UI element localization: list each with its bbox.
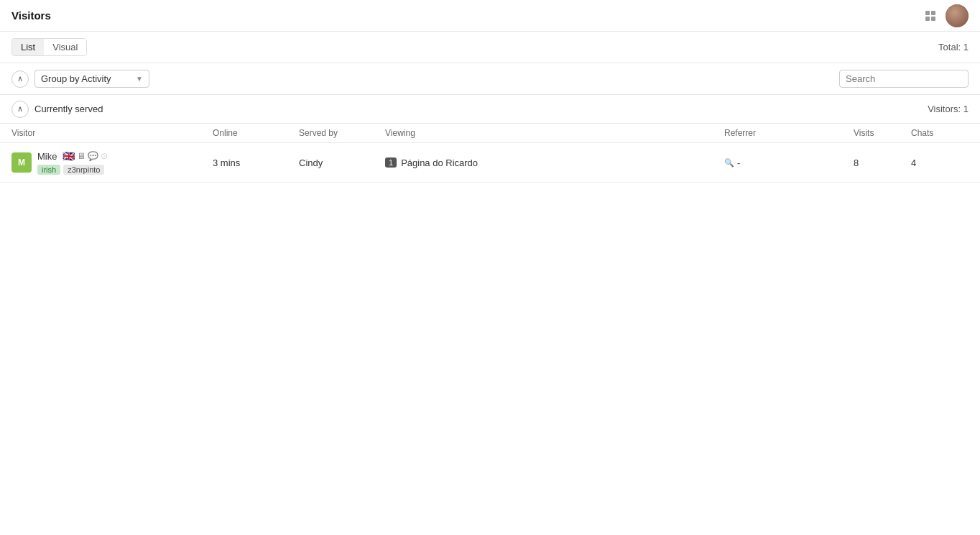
visitor-name: Mike	[37, 151, 57, 162]
tab-list[interactable]: List	[12, 39, 44, 55]
chevron-up-icon: ∧	[17, 74, 23, 83]
visitor-info: Mike 🇬🇧 🖥 💬 ⊙ irish z3nrpinto	[37, 150, 108, 175]
chats-cell: 4	[911, 157, 969, 168]
visits-cell: 8	[854, 157, 911, 168]
toolbar-left: List Visual	[11, 38, 87, 56]
svg-rect-2	[925, 17, 930, 21]
col-viewing: Viewing	[385, 128, 724, 138]
svg-rect-3	[931, 17, 935, 21]
grid-view-icon[interactable]	[924, 9, 937, 22]
tag-irish: irish	[37, 165, 60, 175]
visitors-table: Visitor Online Served by Viewing Referre…	[0, 124, 980, 183]
visitor-avatar: M	[11, 152, 32, 173]
search-input[interactable]	[839, 70, 969, 88]
avatar-image	[946, 4, 969, 27]
view-tabs: List Visual	[11, 38, 87, 56]
flag-gb-icon: 🇬🇧	[63, 150, 75, 162]
filter-row: ∧ Group by Activity ▼	[0, 63, 980, 95]
header-right	[924, 4, 969, 27]
svg-rect-1	[931, 11, 935, 15]
online-cell: 3 mins	[213, 157, 299, 168]
total-count: Total: 1	[938, 42, 969, 52]
table-row[interactable]: M Mike 🇬🇧 🖥 💬 ⊙ irish z3nrp	[0, 143, 980, 183]
page-header: Visitors	[0, 0, 980, 32]
group-by-select[interactable]: Group by Activity ▼	[34, 70, 149, 88]
viewing-page: Página do Ricardo	[401, 157, 478, 168]
visitor-tags: irish z3nrpinto	[37, 165, 108, 175]
search-wrapper	[839, 70, 969, 88]
collapse-button[interactable]: ∧	[11, 70, 29, 88]
served-by-cell: Cindy	[299, 157, 385, 168]
visitor-name-row: Mike 🇬🇧 🖥 💬 ⊙	[37, 150, 108, 162]
chevron-down-icon: ▼	[136, 75, 143, 83]
col-visits: Visits	[854, 128, 911, 138]
desktop-icon: 🖥	[77, 151, 85, 161]
referrer-value: -	[737, 157, 740, 168]
group-by-label: Group by Activity	[41, 73, 111, 84]
page-count-badge: 1	[385, 157, 397, 168]
col-referrer: Referrer	[724, 128, 854, 138]
header-left: Visitors	[11, 9, 51, 22]
viewing-cell: 1 Página do Ricardo	[385, 157, 724, 168]
tab-visual[interactable]: Visual	[44, 39, 86, 55]
section-header-left: ∧ Currently served	[11, 101, 103, 118]
served-by-name: Cindy	[299, 157, 323, 168]
user-avatar[interactable]	[946, 4, 969, 27]
visits-count: 8	[854, 157, 859, 168]
col-online: Online	[213, 128, 299, 138]
col-served-by: Served by	[299, 128, 385, 138]
svg-rect-0	[925, 11, 930, 15]
search-ref-icon: 🔍	[724, 158, 734, 168]
tag-username: z3nrpinto	[63, 165, 104, 175]
filter-left: ∧ Group by Activity ▼	[11, 70, 149, 88]
chats-count: 4	[911, 157, 916, 168]
visitor-cell: M Mike 🇬🇧 🖥 💬 ⊙ irish z3nrp	[11, 150, 213, 175]
section-header: ∧ Currently served Visitors: 1	[0, 95, 980, 124]
referrer-cell: 🔍 -	[724, 157, 854, 168]
page-title: Visitors	[11, 9, 51, 22]
visitor-initials: M	[18, 157, 25, 168]
section-visitors-count: Visitors: 1	[928, 104, 969, 114]
section-chevron-up-icon: ∧	[17, 104, 23, 114]
section-collapse-button[interactable]: ∧	[11, 101, 29, 118]
table-header: Visitor Online Served by Viewing Referre…	[0, 124, 980, 143]
toolbar: List Visual Total: 1	[0, 32, 980, 63]
chat-icon: 💬	[88, 151, 98, 161]
col-visitor: Visitor	[11, 128, 213, 138]
online-duration: 3 mins	[213, 157, 240, 168]
section-title: Currently served	[34, 104, 103, 114]
col-chats: Chats	[911, 128, 969, 138]
circle-icon: ⊙	[101, 151, 108, 161]
visitor-flags: 🇬🇧 🖥 💬 ⊙	[63, 150, 108, 162]
